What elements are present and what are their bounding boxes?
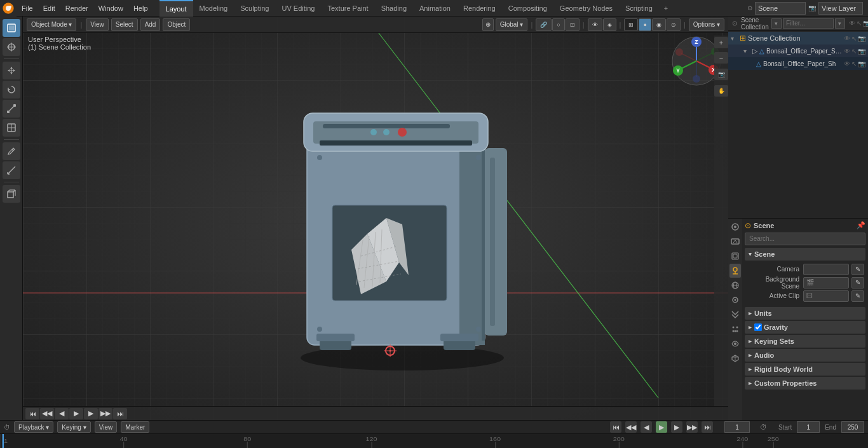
units-section-header[interactable]: ▸ Units xyxy=(745,307,865,320)
camera-eyedropper-btn[interactable]: ✎ xyxy=(851,264,864,275)
outliner-item-object[interactable]: ▾ ▷ △ Bonsail_Office_Paper_Shredd 👁 ↖ 📷 xyxy=(728,44,868,57)
tab-compositing[interactable]: Compositing xyxy=(502,0,553,17)
prev-keyframe-btn[interactable]: ◀ xyxy=(55,408,69,419)
play-btn[interactable]: ▶ xyxy=(69,408,83,419)
current-frame-display[interactable]: 1 xyxy=(724,421,750,433)
outliner-select-icon[interactable]: ↖ xyxy=(857,20,862,27)
audio-section-header[interactable]: ▸ Audio xyxy=(745,349,865,362)
prop-nav-constraints[interactable] xyxy=(729,337,741,351)
tab-uv-editing[interactable]: UV Editing xyxy=(275,0,321,17)
menu-window[interactable]: Window xyxy=(93,0,128,17)
menu-help[interactable]: Help xyxy=(128,0,153,17)
tool-annotate[interactable] xyxy=(3,142,20,160)
tab-geometry-nodes[interactable]: Geometry Nodes xyxy=(553,0,619,17)
eye-icon[interactable]: 👁 xyxy=(844,35,850,42)
tl-jump-start-btn[interactable]: ⏮ xyxy=(610,421,621,433)
mesh-sel-icon[interactable]: ↖ xyxy=(851,60,857,67)
shading-solid[interactable]: ● xyxy=(639,18,651,31)
camera-prop-value[interactable]: ■ xyxy=(803,264,849,275)
select-icon[interactable]: ↖ xyxy=(851,35,857,42)
overlay-toggle[interactable]: 👁 xyxy=(588,18,602,31)
marker-btn[interactable]: Marker xyxy=(121,421,149,433)
outliner-item-scene-collection[interactable]: ▾ ⊞ Scene Collection 👁 ↖ 📷 xyxy=(728,32,868,44)
add-workspace-button[interactable]: + xyxy=(659,4,673,12)
next-frame-btn[interactable]: ▶▶ xyxy=(98,408,112,419)
outliner-search-input[interactable] xyxy=(783,18,834,29)
zoom-out-btn[interactable]: − xyxy=(714,52,728,64)
view-menu[interactable]: View xyxy=(86,18,109,31)
tab-scripting[interactable]: Scripting xyxy=(619,0,659,17)
tab-texture-paint[interactable]: Texture Paint xyxy=(321,0,374,17)
menu-render[interactable]: Render xyxy=(60,0,93,17)
object-menu[interactable]: Object xyxy=(163,18,190,31)
object-mode-dropdown[interactable]: Object Mode ▾ xyxy=(27,18,76,31)
scene-name-input[interactable] xyxy=(755,2,806,15)
options-btn[interactable]: Options ▾ xyxy=(689,18,724,31)
shading-wireframe[interactable]: ⊞ xyxy=(624,18,638,31)
tool-measure[interactable] xyxy=(3,161,20,179)
viewport-overlay-btn[interactable]: Global ▾ xyxy=(496,18,528,31)
obj-eye-icon[interactable]: 👁 xyxy=(844,48,850,55)
tool-select[interactable] xyxy=(3,19,20,37)
menu-edit[interactable]: Edit xyxy=(38,0,60,17)
view-layer-input[interactable] xyxy=(818,2,863,15)
start-frame-input[interactable]: 1 xyxy=(797,421,820,433)
tool-cursor[interactable] xyxy=(3,38,20,56)
tl-play-btn[interactable]: ▶ xyxy=(656,421,667,433)
tab-animation[interactable]: Animation xyxy=(413,0,457,17)
camera-view-btn[interactable]: 📷 xyxy=(714,69,728,80)
keying-btn[interactable]: Keying ▾ xyxy=(57,421,90,433)
rigid-body-header[interactable]: ▸ Rigid Body World xyxy=(745,363,865,376)
end-frame-input[interactable]: 250 xyxy=(841,421,864,433)
outliner-filter-btn[interactable]: ▾ xyxy=(771,18,782,29)
select-menu[interactable]: Select xyxy=(111,18,138,31)
next-keyframe-btn[interactable]: ▶ xyxy=(84,408,98,419)
menu-file[interactable]: File xyxy=(17,0,38,17)
outliner-render-icon[interactable]: 📷 xyxy=(863,20,868,27)
outliner-view-icon[interactable]: 👁 xyxy=(849,20,855,27)
prop-nav-world[interactable] xyxy=(729,278,741,292)
pan-btn[interactable]: ✋ xyxy=(714,85,728,97)
camera-icon[interactable]: 📷 xyxy=(858,35,865,42)
prop-nav-output[interactable] xyxy=(729,234,741,248)
obj-select-icon[interactable]: ↖ xyxy=(851,48,857,55)
prop-nav-scene[interactable] xyxy=(729,264,741,278)
tool-rotate[interactable] xyxy=(3,81,20,98)
active-clip-eyedropper[interactable]: ✎ xyxy=(851,290,864,302)
keying-sets-header[interactable]: ▸ Keying Sets xyxy=(745,335,865,348)
prop-edit-btn[interactable]: 🔗 xyxy=(536,18,552,31)
scene-section-header[interactable]: ▾ Scene xyxy=(745,248,865,261)
bg-scene-value[interactable]: 🎬 xyxy=(803,277,849,288)
outliner-item-mesh[interactable]: △ Bonsail_Office_Paper_Sh 👁 ↖ 📷 xyxy=(728,57,868,70)
prop-nav-view-layer[interactable] xyxy=(729,249,741,263)
prop-nav-object[interactable] xyxy=(729,293,741,307)
proportional-btn[interactable]: ○ xyxy=(552,18,564,31)
viewport-gizmo-btn[interactable]: ⊕ xyxy=(482,18,494,31)
prop-nav-particles[interactable] xyxy=(729,322,741,336)
add-menu[interactable]: Add xyxy=(140,18,161,31)
tab-shading[interactable]: Shading xyxy=(375,0,413,17)
snap-btn[interactable]: ⊡ xyxy=(566,18,580,31)
prop-nav-data[interactable] xyxy=(729,351,741,365)
prop-search-input[interactable] xyxy=(745,233,865,245)
tab-sculpting[interactable]: Sculpting xyxy=(234,0,275,17)
timeline-start-btn[interactable]: ⏮ xyxy=(25,408,39,419)
prev-frame-btn[interactable]: ◀◀ xyxy=(40,408,54,419)
outliner-sort-btn[interactable]: ▾ xyxy=(835,18,845,29)
tl-prev-key-btn[interactable]: ◀ xyxy=(641,421,652,433)
xray-toggle[interactable]: ◈ xyxy=(603,18,616,31)
tool-move[interactable] xyxy=(3,62,20,79)
active-clip-value[interactable]: 🎞 xyxy=(803,290,849,302)
timeline-end-btn[interactable]: ⏭ xyxy=(113,408,127,419)
mesh-cam-icon[interactable]: 📷 xyxy=(858,60,865,67)
shading-rendered[interactable]: ⊙ xyxy=(667,18,681,31)
timeline-track[interactable]: 1 40 80 120 160 200 240 250 xyxy=(0,434,868,448)
prop-nav-modifier[interactable] xyxy=(729,308,741,322)
tool-scale[interactable] xyxy=(3,100,20,118)
gravity-section-header[interactable]: ▸ Gravity xyxy=(745,321,865,334)
custom-props-header[interactable]: ▸ Custom Properties xyxy=(745,377,865,390)
blender-logo[interactable] xyxy=(0,0,17,17)
tab-rendering[interactable]: Rendering xyxy=(457,0,502,17)
tab-modeling[interactable]: Modeling xyxy=(193,0,234,17)
tl-prev-frame-btn[interactable]: ◀◀ xyxy=(625,421,637,433)
